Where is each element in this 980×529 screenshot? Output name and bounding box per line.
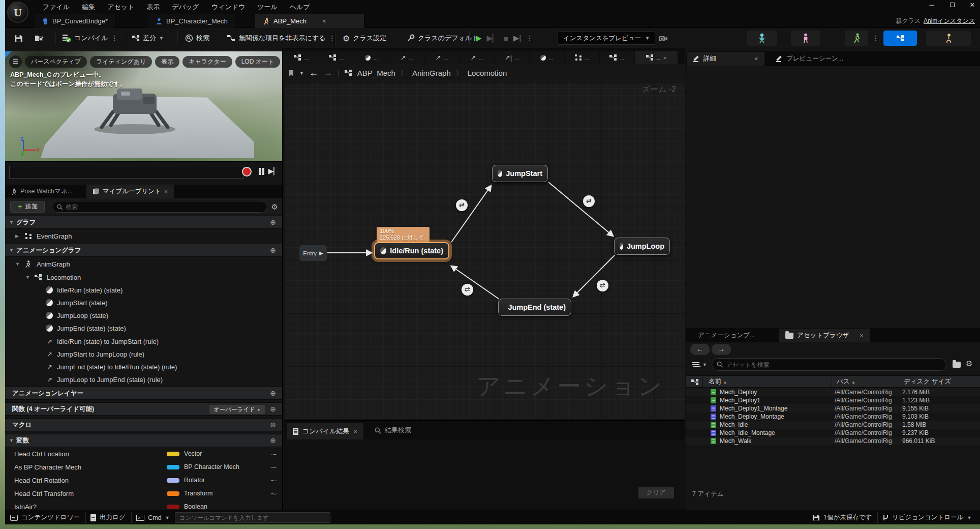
tree-item-rule-jumpstart-jumploop[interactable]: ↗JumpStart to JumpLoop (rule) (5, 348, 283, 361)
asset-row[interactable]: Mech_Idle_Montage/All/Game/ControlRig9.2… (686, 429, 980, 437)
column-name[interactable]: 名前 ▲ (709, 376, 727, 388)
graph-tab[interactable]: ↗... (389, 51, 424, 64)
console-command-field[interactable] (175, 512, 330, 523)
class-settings-button[interactable]: ⚙ クラス設定 (343, 28, 386, 48)
stop-button[interactable]: ■ (504, 34, 508, 43)
graph-tab[interactable]: ... (284, 51, 319, 64)
console-input[interactable] (179, 515, 326, 521)
save-button[interactable] (14, 28, 23, 48)
state-node-jumploop[interactable]: JumpLoop (614, 238, 670, 255)
cmd-dropdown[interactable]: >_ Cmd ▼ (136, 510, 170, 525)
close-icon[interactable]: × (860, 332, 863, 339)
forward-button[interactable]: → (712, 344, 731, 355)
variable-row[interactable]: Head Ctrl Transform Transform ~ (5, 487, 283, 500)
lod-pill[interactable]: LOD オート (235, 56, 281, 68)
tab-bp-curvedbridge[interactable]: BP_CurvedBridge* (35, 14, 115, 28)
search-input[interactable] (66, 203, 262, 211)
section-animation-graphs[interactable]: ▼アニメーショングラフ⊕ (5, 244, 283, 257)
state-node-idle-run[interactable]: Idle/Run (state) (374, 242, 449, 259)
diff-button[interactable]: 差分 ▼ (132, 28, 164, 48)
tab-compile-results[interactable]: コンパイル結果 × (287, 423, 363, 439)
variable-row[interactable]: As BP Character Mech BP Character Mech ~ (5, 461, 283, 474)
show-pill[interactable]: 表示 (155, 56, 179, 68)
watch-wave-icon[interactable]: ~ (270, 474, 277, 487)
settings-gear-icon[interactable]: ⚙ (966, 359, 972, 368)
section-variables[interactable]: ▼変数⊕ (5, 434, 283, 447)
menu-view[interactable]: 表示 (140, 0, 166, 14)
tree-item-state-jumpend[interactable]: JumpEnd (state) (state) (5, 322, 283, 335)
clear-button[interactable]: クリア (638, 487, 674, 498)
debug-object-icon[interactable] (658, 35, 668, 42)
chevron-down-icon[interactable]: ▼ (299, 71, 304, 76)
tree-item-state-jumploop[interactable]: JumpLoop (state) (5, 309, 283, 322)
state-node-jumpend[interactable]: JumpEnd (state) (498, 299, 571, 316)
tab-details[interactable]: 詳細 × (687, 52, 764, 66)
step-forward-button[interactable]: ▶▏ (268, 167, 279, 175)
settings-gear-icon[interactable]: ⚙ (271, 202, 278, 212)
skeleton-mode-button[interactable] (747, 31, 777, 46)
minimize-button[interactable]: ─ (927, 1, 936, 9)
add-function-icon[interactable]: ⊕ (270, 403, 276, 416)
graph-tab[interactable]: ↗|... (495, 51, 529, 64)
breadcrumb-abp-mech[interactable]: ABP_Mech (357, 69, 395, 77)
variable-row[interactable]: Head Ctrl Rotation Rotator ~ (5, 474, 283, 487)
open-folder-icon[interactable] (953, 362, 961, 368)
watch-wave-icon[interactable]: ~ (270, 448, 277, 460)
add-animation-layer-icon[interactable]: ⊕ (270, 387, 276, 400)
class-defaults-button[interactable]: クラスのデフォルト (407, 28, 479, 48)
graph-tab-active[interactable]: ...× (635, 51, 678, 64)
menu-file[interactable]: ファイル (37, 0, 76, 14)
close-icon[interactable]: × (663, 55, 666, 61)
tree-item-rule-idlerun-jumpstart[interactable]: ↗Idle/Run (state) to JumpStart (rule) (5, 335, 283, 348)
physics-mode-button[interactable] (926, 31, 971, 46)
column-size[interactable]: ディスク サイズ (904, 376, 951, 388)
tab-asset-browser[interactable]: アセットブラウザ × (779, 329, 870, 342)
column-path[interactable]: パス ▲ (837, 376, 855, 388)
menu-tools[interactable]: ツール (251, 0, 284, 14)
breadcrumb-locomotion[interactable]: Locomotion (468, 69, 507, 77)
blueprint-mode-button[interactable] (883, 31, 917, 46)
chevron-down-icon[interactable]: ▼ (702, 362, 707, 367)
state-node-jumpstart[interactable]: JumpStart (492, 165, 548, 182)
lit-pill[interactable]: ライティングあり (90, 56, 152, 68)
watch-wave-icon[interactable]: ~ (270, 487, 277, 500)
asset-row[interactable]: Mech_Deploy1_Montage/All/Game/ControlRig… (686, 404, 980, 413)
content-drawer-button[interactable]: コンテンツドロワー (10, 510, 80, 525)
asset-row[interactable]: Mech_Deploy_Montage/All/Game/ControlRig9… (686, 413, 980, 421)
compile-options-icon[interactable]: ⋮ (111, 34, 118, 42)
close-button[interactable]: ✕ (968, 1, 977, 9)
graph-tab[interactable]: ↗... (460, 51, 494, 64)
bookmark-icon[interactable] (288, 70, 294, 77)
section-macros[interactable]: マクロ⊕ (5, 418, 283, 431)
graph-tab[interactable]: ↗... (424, 51, 459, 64)
menu-window[interactable]: ウィンドウ (205, 0, 252, 14)
menu-asset[interactable]: アセット (101, 0, 140, 14)
add-button[interactable]: ＋追加 (10, 201, 45, 213)
forward-arrow[interactable]: → (323, 68, 332, 78)
add-animation-graph-icon[interactable]: ⊕ (270, 244, 276, 257)
tab-bp-character-mech[interactable]: BP_Character_Mech (148, 14, 235, 28)
section-animation-layers[interactable]: アニメーションレイヤー⊕ (5, 387, 283, 400)
column-source-icon[interactable] (691, 379, 699, 386)
timeline-scrub-bar[interactable] (9, 166, 244, 179)
tree-item-eventgraph[interactable]: ▶EventGraph (5, 230, 283, 243)
filter-icon[interactable] (692, 362, 700, 368)
unsaved-status[interactable]: 1個が未保存です (812, 510, 872, 525)
record-button[interactable] (242, 167, 252, 177)
skip-button[interactable]: ▶| (513, 34, 521, 43)
close-icon[interactable]: × (354, 428, 358, 435)
transition-rule-jumpend-idlerun[interactable]: ⇄ (462, 284, 473, 296)
menu-edit[interactable]: 編集 (76, 0, 101, 14)
menu-help[interactable]: ヘルプ (284, 0, 316, 14)
preview-instance-dropdown[interactable]: インスタンスをプレビュー ▼ (558, 32, 655, 45)
graph-tab[interactable]: ... (565, 51, 599, 64)
variable-row[interactable]: IsInAir? Boolean (5, 501, 283, 510)
back-arrow[interactable]: ← (309, 68, 318, 78)
character-pill[interactable]: キャラクター (182, 56, 232, 68)
mesh-mode-button[interactable] (791, 31, 820, 46)
transition-rule-idlerun-jumpstart[interactable]: ⇄ (456, 199, 468, 211)
animation-mode-options-icon[interactable]: ⋮ (872, 34, 879, 42)
transition-rule-jumpstart-jumploop[interactable]: ⇄ (583, 195, 595, 207)
tab-abp-mech[interactable]: ABP_Mech × (255, 14, 364, 28)
tree-item-locomotion[interactable]: ▼Locomotion (5, 271, 283, 284)
